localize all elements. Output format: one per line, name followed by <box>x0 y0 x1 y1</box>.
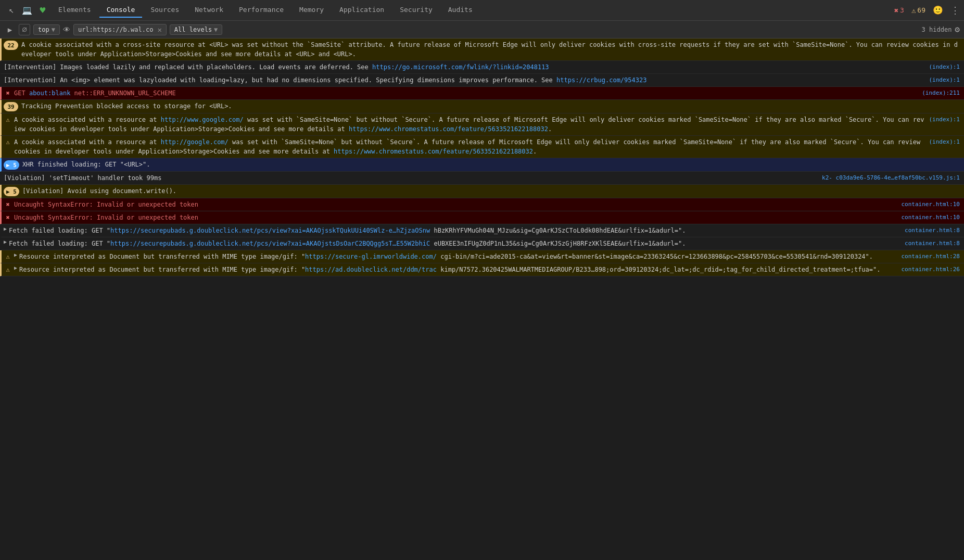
tab-application[interactable]: Application <box>332 3 391 18</box>
warn-count-22: 22 <box>4 41 18 50</box>
log-location[interactable]: container.html:26 <box>901 266 960 273</box>
eye-icon[interactable]: 👁 <box>63 26 70 34</box>
log-location[interactable]: (index):1 <box>929 116 960 123</box>
tab-network[interactable]: Network <box>187 3 231 18</box>
hidden-count-label: 3 hidden ⚙ <box>922 24 960 34</box>
expand-icon[interactable]: ▶ <box>4 226 7 232</box>
tab-console[interactable]: Console <box>99 3 143 18</box>
expand-icon[interactable]: ▶ <box>14 252 17 258</box>
emoji-icon[interactable]: 🙂 <box>933 5 943 15</box>
log-message: Resource interpreted as Document but tra… <box>19 252 897 261</box>
tab-audits[interactable]: Audits <box>441 3 480 18</box>
imrworldwide-link[interactable]: https://secure-gl.imrworldwide.com/ <box>305 253 437 260</box>
execute-button[interactable]: ▶ <box>4 24 16 35</box>
log-message: A cookie associated with a resource at h… <box>14 137 924 156</box>
log-location[interactable]: container.html:8 <box>905 240 960 247</box>
log-entry: [Intervention] An <img> element was lazy… <box>0 74 964 87</box>
context-value: top <box>38 26 49 33</box>
error-icon: ✖ <box>4 89 12 97</box>
level-filter-value: All levels <box>174 26 212 33</box>
info-count-5: ▶ 5 <box>4 160 19 170</box>
log-message: [Violation] 'setTimeout' handler took 99… <box>4 173 818 183</box>
tab-memory[interactable]: Memory <box>292 3 331 18</box>
log-message: Uncaught SyntaxError: Invalid or unexpec… <box>14 200 897 209</box>
log-location[interactable]: (index):211 <box>922 90 960 96</box>
tab-security[interactable]: Security <box>392 3 440 18</box>
log-message: XHR finished loading: GET "<URL>". <box>22 160 960 169</box>
expand-icon[interactable]: ▶ <box>14 265 17 271</box>
warn-count-5: ▶ 5 <box>4 187 19 196</box>
log-entry: [Intervention] Images loaded lazily and … <box>0 61 964 74</box>
cursor-icon[interactable]: ↖ <box>4 3 19 18</box>
more-options-button[interactable]: ⋮ <box>950 5 960 16</box>
log-message: [Violation] Avoid using document.write()… <box>22 186 960 196</box>
log-message: Tracking Prevention blocked access to st… <box>21 101 960 111</box>
device-icon[interactable]: 💻 <box>20 3 34 18</box>
log-entry: ⚠ ▶ Resource interpreted as Document but… <box>0 263 964 276</box>
tab-performance[interactable]: Performance <box>232 3 291 18</box>
warn-icon: ⚠ <box>4 138 12 146</box>
intervention-link[interactable]: https://go.microsoft.c <box>372 63 455 71</box>
log-entry: ▶ Fetch failed loading: GET "https://sec… <box>0 237 964 250</box>
fetch-link2[interactable]: https://securepubads.g.doubleclick.net/p… <box>110 240 430 247</box>
log-entry: ⚠ A cookie associated with a resource at… <box>0 136 964 158</box>
google-link[interactable]: http://google.com/ <box>161 138 229 146</box>
log-message: GET about:blank net::ERR_UNKNOWN_URL_SCH… <box>14 88 918 98</box>
log-entry: ▶ 5 XHR finished loading: GET "<URL>". <box>0 158 964 172</box>
log-entry: 22 A cookie associated with a cross-site… <box>0 39 964 61</box>
fetch-link1[interactable]: https://securepubads.g.doubleclick.net/p… <box>110 227 430 234</box>
warn-count-39: 39 <box>4 102 18 111</box>
level-chevron-icon: ▼ <box>214 26 218 33</box>
log-location[interactable]: (index):1 <box>929 77 960 83</box>
expand-icon[interactable]: ▶ <box>4 239 7 245</box>
log-message: [Intervention] Images loaded lazily and … <box>4 62 924 72</box>
log-entry: ▶ Fetch failed loading: GET "https://sec… <box>0 224 964 237</box>
log-entry: [Violation] 'setTimeout' handler took 99… <box>0 172 964 185</box>
warn-icon: ⚠ <box>4 252 12 261</box>
log-message: [Intervention] An <img> element was lazy… <box>4 75 924 85</box>
log-message: Uncaught SyntaxError: Invalid or unexpec… <box>14 213 897 222</box>
intervention-link2[interactable]: om/fwlink/?linkid=2048113 <box>455 63 549 71</box>
log-entry: ✖ Uncaught SyntaxError: Invalid or unexp… <box>0 211 964 224</box>
log-location[interactable]: (index):1 <box>929 138 960 145</box>
filter-url-text: url:https://b.wal.co <box>78 26 154 33</box>
error-count-badge: ✖ 3 <box>894 6 904 15</box>
clear-button[interactable]: ∅ <box>19 24 30 35</box>
clear-filter-button[interactable]: ✕ <box>157 26 161 34</box>
tab-sources[interactable]: Sources <box>143 3 186 18</box>
log-entry: ⚠ ▶ Resource interpreted as Document but… <box>0 250 964 263</box>
warn-count-badge: ⚠ 69 <box>911 6 925 15</box>
log-message: Fetch failed loading: GET "https://secur… <box>9 239 900 248</box>
log-entry: ⚠ A cookie associated with a resource at… <box>0 113 964 136</box>
tab-elements[interactable]: Elements <box>51 3 98 18</box>
crbug-link[interactable]: https://crbug.com/954323 <box>556 77 646 84</box>
log-location[interactable]: k2- c03da9e6-5786-4e…ef8af50bc.v159.js:1 <box>822 174 960 181</box>
log-message: A cookie associated with a resource at h… <box>14 115 924 134</box>
doubleclick-link[interactable]: https://ad.doubleclick.net/ddm/trac <box>305 266 437 273</box>
level-filter-selector[interactable]: All levels ▼ <box>170 24 222 35</box>
element-picker-icon[interactable]: ♥ <box>35 3 50 18</box>
settings-icon[interactable]: ⚙ <box>955 24 960 34</box>
log-location[interactable]: container.html:10 <box>901 201 960 208</box>
log-location[interactable]: container.html:8 <box>905 227 960 234</box>
log-entry: ✖ Uncaught SyntaxError: Invalid or unexp… <box>0 198 964 211</box>
log-message: Fetch failed loading: GET "https://secur… <box>9 226 900 235</box>
error-icon: ✖ <box>4 213 12 222</box>
console-log-area: 22 A cookie associated with a cross-site… <box>0 39 964 560</box>
warn-icon: ⚠ <box>4 116 12 124</box>
warn-icon: ⚠ <box>4 265 12 274</box>
log-location[interactable]: container.html:28 <box>901 253 960 260</box>
log-location[interactable]: (index):1 <box>929 63 960 70</box>
chromestatus-link2[interactable]: https://www.chromestatus.com/feature/563… <box>334 148 533 155</box>
console-toolbar: ▶ ∅ top ▼ 👁 url:https://b.wal.co ✕ All l… <box>0 21 964 39</box>
google-www-link[interactable]: http://www.google.com/ <box>161 116 244 123</box>
log-location[interactable]: container.html:10 <box>901 214 960 221</box>
about-blank-link[interactable]: about:blank <box>29 90 70 97</box>
log-message: Resource interpreted as Document but tra… <box>19 265 897 274</box>
context-selector[interactable]: top ▼ <box>33 24 60 35</box>
filter-input-box[interactable]: url:https://b.wal.co ✕ <box>73 24 167 35</box>
chromestatus-link1[interactable]: https://www.chromestatus.com/feature/563… <box>349 125 548 133</box>
log-entry: ✖ GET about:blank net::ERR_UNKNOWN_URL_S… <box>0 87 964 100</box>
log-message: A cookie associated with a cross-site re… <box>21 40 960 59</box>
log-entry: 39 Tracking Prevention blocked access to… <box>0 100 964 113</box>
